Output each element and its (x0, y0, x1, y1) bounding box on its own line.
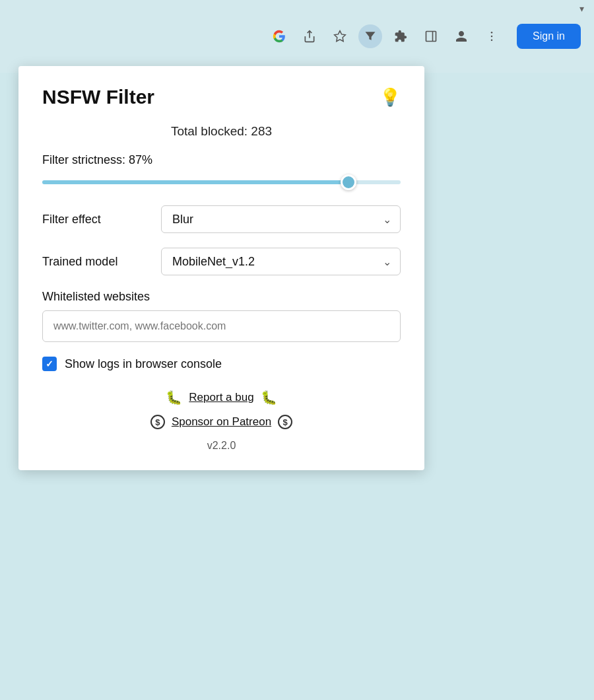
google-button[interactable] (267, 24, 291, 48)
show-logs-row: ✓ Show logs in browser console (42, 357, 401, 371)
filter-effect-select-wrapper: Blur Hide Grayscale ⌄ (161, 205, 401, 233)
trained-model-select-wrapper: MobileNet_v1.2 InceptionV3 Custom ⌄ (161, 248, 401, 275)
bug-icon-left: 🐛 (166, 390, 182, 405)
dollar-icon-right: $ (278, 415, 292, 429)
menu-button[interactable] (480, 24, 504, 48)
bulb-icon[interactable]: 💡 (380, 87, 401, 108)
sign-in-button[interactable]: Sign in (517, 24, 581, 49)
total-blocked: Total blocked: 283 (42, 124, 401, 139)
sponsor-link[interactable]: Sponsor on Patreon (172, 415, 271, 429)
show-logs-label: Show logs in browser console (65, 357, 222, 371)
extension-popup: NSFW Filter 💡 Total blocked: 283 Filter … (18, 66, 424, 470)
svg-point-3 (491, 32, 493, 34)
sidebar-button[interactable] (419, 24, 443, 48)
svg-rect-1 (426, 32, 436, 42)
report-bug-row: 🐛 Report a bug 🐛 (42, 390, 401, 405)
bookmark-button[interactable] (328, 24, 352, 48)
trained-model-label: Trained model (42, 255, 148, 269)
trained-model-row: Trained model MobileNet_v1.2 InceptionV3… (42, 248, 401, 275)
whitelisted-label: Whitelisted websites (42, 290, 401, 304)
strictness-label: Filter strictness: 87% (42, 153, 401, 167)
checkmark-icon: ✓ (46, 359, 53, 369)
filter-effect-select[interactable]: Blur Hide Grayscale (161, 205, 401, 233)
sponsor-row: $ Sponsor on Patreon $ (42, 415, 401, 429)
share-button[interactable] (298, 24, 321, 48)
chrome-bar: Sign in (0, 0, 594, 73)
filter-effect-row: Filter effect Blur Hide Grayscale ⌄ (42, 205, 401, 233)
svg-marker-0 (335, 31, 346, 42)
slider-container (42, 175, 401, 187)
trained-model-select[interactable]: MobileNet_v1.2 InceptionV3 Custom (161, 248, 401, 275)
extensions-button[interactable] (389, 24, 412, 48)
filter-effect-label: Filter effect (42, 213, 148, 227)
version-label: v2.2.0 (42, 440, 401, 452)
title-bold: NSFW (42, 86, 100, 108)
svg-point-4 (491, 36, 493, 38)
svg-point-5 (491, 40, 493, 42)
whitelist-input[interactable] (42, 310, 401, 342)
strictness-slider[interactable] (42, 180, 401, 184)
dollar-icon-left: $ (150, 415, 165, 429)
profile-button[interactable] (449, 24, 473, 48)
filter-extension-button[interactable] (358, 24, 382, 48)
popup-header: NSFW Filter 💡 (42, 86, 401, 108)
popup-title: NSFW Filter (42, 86, 154, 108)
bug-icon-right: 🐛 (261, 390, 277, 405)
show-logs-checkbox[interactable]: ✓ (42, 357, 57, 371)
report-bug-link[interactable]: Report a bug (189, 391, 253, 404)
